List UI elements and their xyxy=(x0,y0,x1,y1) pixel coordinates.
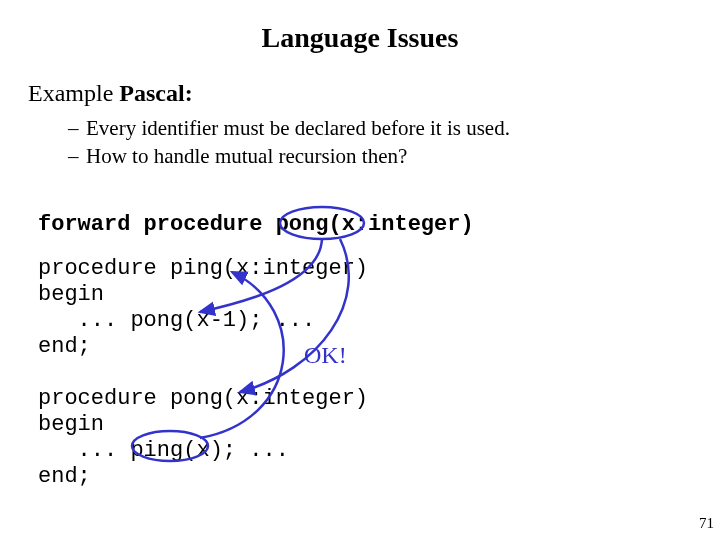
code-forward-declaration: forward procedure pong(x:integer) xyxy=(38,212,474,238)
ok-annotation: OK! xyxy=(304,342,347,369)
slide-title: Language Issues xyxy=(0,22,720,54)
bullet-list: –Every identifier must be declared befor… xyxy=(68,114,510,171)
page-number: 71 xyxy=(699,515,714,532)
example-heading: Example Pascal: xyxy=(28,80,193,107)
dash-icon: – xyxy=(68,114,86,142)
example-prefix: Example xyxy=(28,80,119,106)
code-body: procedure ping(x:integer) begin ... pong… xyxy=(38,256,368,490)
bullet-item: –Every identifier must be declared befor… xyxy=(68,114,510,142)
slide: Language Issues Example Pascal: –Every i… xyxy=(0,0,720,540)
dash-icon: – xyxy=(68,142,86,170)
bullet-text: Every identifier must be declared before… xyxy=(86,116,510,140)
example-bold: Pascal: xyxy=(119,80,192,106)
bullet-item: –How to handle mutual recursion then? xyxy=(68,142,510,170)
bullet-text: How to handle mutual recursion then? xyxy=(86,144,407,168)
